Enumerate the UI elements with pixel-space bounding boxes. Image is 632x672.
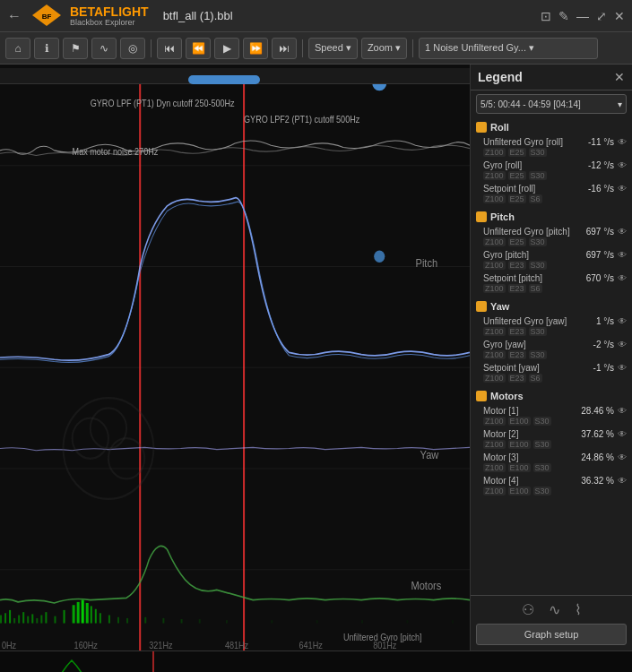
pin-icon[interactable]: ⊡ bbox=[541, 9, 551, 23]
legend-icon-3[interactable]: ⌇ bbox=[575, 601, 582, 618]
yaw-item-2-eye[interactable]: 👁 bbox=[618, 363, 627, 373]
svg-text:0Hz: 0Hz bbox=[2, 640, 16, 650]
pitch-item-2-eye[interactable]: 👁 bbox=[618, 273, 627, 283]
pitch-item-1-name: Gyro [pitch] bbox=[483, 250, 586, 260]
motor-item-2: Motor [3] 24.86 % 👁 Z100E100S30 bbox=[471, 451, 632, 474]
legend-range-chevron: ▾ bbox=[618, 99, 622, 109]
svg-rect-11 bbox=[4, 613, 6, 623]
separator-3 bbox=[412, 39, 413, 57]
file-select[interactable]: 1 Noise Unfiltered Gy... ▾ bbox=[419, 38, 598, 59]
legend-panel: Legend ✕ 5/5: 00:44 - 04:59 [04:14] ▾ Ro… bbox=[471, 65, 632, 650]
roll-item-0-eye[interactable]: 👁 bbox=[618, 137, 627, 147]
step-back-button[interactable]: ⏪ bbox=[186, 38, 211, 59]
minimap[interactable] bbox=[0, 650, 632, 672]
svg-text:Max motor noise 270Hz: Max motor noise 270Hz bbox=[73, 147, 159, 158]
svg-text:160Hz: 160Hz bbox=[74, 640, 98, 650]
svg-text:321Hz: 321Hz bbox=[149, 640, 172, 650]
scrollbar-area[interactable] bbox=[0, 68, 470, 84]
legend-icon-1[interactable]: ⚇ bbox=[522, 601, 534, 618]
legend-icon-2[interactable]: ∿ bbox=[549, 601, 560, 618]
svg-rect-21 bbox=[54, 616, 56, 624]
speed-dropdown[interactable]: Speed ▾ bbox=[308, 38, 358, 59]
pitch-color-dot bbox=[476, 211, 487, 222]
flag-button[interactable]: ⚑ bbox=[63, 38, 88, 59]
roll-item-2-value: -16 °/s bbox=[588, 184, 614, 194]
play-button[interactable]: ▶ bbox=[214, 38, 239, 59]
legend-bottom: ⚇ ∿ ⌇ Graph setup bbox=[471, 595, 632, 650]
yaw-item-1-eye[interactable]: 👁 bbox=[618, 340, 627, 349]
skip-end-button[interactable]: ⏭ bbox=[272, 38, 297, 59]
roll-item-2: Setpoint [roll] -16 °/s 👁 Z100E25S6 bbox=[471, 182, 632, 205]
pitch-item-0-eye[interactable]: 👁 bbox=[618, 227, 627, 237]
scrollbar-thumb[interactable] bbox=[188, 75, 260, 84]
svg-rect-63 bbox=[152, 651, 154, 672]
svg-rect-17 bbox=[31, 614, 33, 623]
close-button[interactable]: ✕ bbox=[614, 9, 625, 23]
motor-item-0-eye[interactable]: 👁 bbox=[618, 406, 627, 416]
back-button[interactable]: ← bbox=[7, 8, 22, 24]
yaw-item-1-value: -2 °/s bbox=[593, 340, 614, 349]
motor-item-0: Motor [1] 28.46 % 👁 Z100E100S30 bbox=[471, 404, 632, 427]
motors-section-header[interactable]: Motors bbox=[471, 388, 632, 404]
svg-rect-41 bbox=[406, 620, 408, 623]
file-name: btfl_all (1).bbl bbox=[163, 9, 541, 22]
pitch-section-header[interactable]: Pitch bbox=[471, 209, 632, 225]
titlebar: ← BF BETAFLIGHT Blackbox Explorer btfl_a… bbox=[0, 0, 632, 32]
roll-section-header[interactable]: Roll bbox=[471, 119, 632, 135]
yaw-item-0-eye[interactable]: 👁 bbox=[618, 316, 627, 326]
roll-item-0: Unfiltered Gyro [roll] -11 °/s 👁 Z100E25… bbox=[471, 135, 632, 159]
graph-setup-button[interactable]: Graph setup bbox=[476, 624, 627, 645]
roll-item-1-sub: Z100E25S30 bbox=[483, 171, 627, 180]
edit-icon[interactable]: ✎ bbox=[558, 9, 569, 23]
svg-rect-18 bbox=[36, 618, 38, 624]
motor-item-2-value: 24.86 % bbox=[581, 452, 614, 462]
legend-range-text: 5/5: 00:44 - 04:59 [04:14] bbox=[480, 99, 581, 109]
toolbar: ⌂ ℹ ⚑ ∿ ◎ ⏮ ⏪ ▶ ⏩ ⏭ Speed ▾ Zoom ▾ 1 Noi… bbox=[0, 32, 632, 65]
pitch-item-0-name: Unfiltered Gyro [pitch] bbox=[483, 227, 586, 237]
svg-rect-27 bbox=[91, 606, 92, 623]
legend-close-button[interactable]: ✕ bbox=[614, 70, 625, 84]
motor-item-1-eye[interactable]: 👁 bbox=[618, 429, 627, 439]
roll-item-1-eye[interactable]: 👁 bbox=[618, 160, 627, 170]
roll-color-dot bbox=[476, 122, 487, 133]
yaw-item-0-sub: Z100E23S30 bbox=[483, 327, 627, 336]
roll-item-2-eye[interactable]: 👁 bbox=[618, 184, 627, 194]
motors-section-label: Motors bbox=[490, 391, 524, 401]
yaw-section-header[interactable]: Yaw bbox=[471, 298, 632, 314]
svg-rect-23 bbox=[73, 605, 75, 623]
roll-item-1-value: -12 °/s bbox=[588, 160, 614, 170]
legend-roll-section: Roll Unfiltered Gyro [roll] -11 °/s 👁 Z1… bbox=[471, 117, 632, 207]
motor-item-2-eye[interactable]: 👁 bbox=[618, 452, 627, 462]
svg-rect-31 bbox=[117, 617, 119, 624]
home-button[interactable]: ⌂ bbox=[5, 38, 30, 59]
svg-rect-19 bbox=[40, 616, 42, 624]
app-logo: BF BETAFLIGHT Blackbox Explorer bbox=[30, 3, 149, 30]
svg-rect-26 bbox=[86, 603, 89, 624]
legend-pitch-section: Pitch Unfiltered Gyro [pitch] 697 °/s 👁 … bbox=[471, 207, 632, 297]
yaw-item-1-sub: Z100E23S30 bbox=[483, 350, 627, 359]
chart-area[interactable]: GYRO LPF (PT1) Dyn cutoff 250-500Hz GYRO… bbox=[0, 65, 471, 650]
minimize-button[interactable]: — bbox=[576, 9, 589, 23]
separator-2 bbox=[302, 39, 303, 57]
motor-item-1-sub: Z100E100S30 bbox=[483, 440, 627, 449]
svg-rect-29 bbox=[100, 613, 101, 623]
zoom-dropdown[interactable]: Zoom ▾ bbox=[361, 38, 407, 59]
motor-item-3-eye[interactable]: 👁 bbox=[618, 476, 627, 486]
step-forward-button[interactable]: ⏩ bbox=[243, 38, 268, 59]
legend-header: Legend ✕ bbox=[471, 65, 632, 90]
skip-start-button[interactable]: ⏮ bbox=[157, 38, 182, 59]
svg-rect-38 bbox=[271, 620, 273, 623]
pitch-item-1-eye[interactable]: 👁 bbox=[618, 250, 627, 260]
pitch-item-0-sub: Z100E25S30 bbox=[483, 237, 627, 246]
motor-item-3-sub: Z100E100S30 bbox=[483, 487, 627, 495]
location-button[interactable]: ◎ bbox=[120, 38, 145, 59]
pitch-item-2-value: 670 °/s bbox=[586, 273, 614, 283]
maximize-button[interactable]: ⤢ bbox=[596, 9, 607, 23]
info-button[interactable]: ℹ bbox=[34, 38, 59, 59]
yaw-item-2-value: -1 °/s bbox=[593, 363, 614, 373]
roll-item-0-name: Unfiltered Gyro [roll] bbox=[483, 137, 588, 147]
legend-range-selector[interactable]: 5/5: 00:44 - 04:59 [04:14] ▾ bbox=[476, 94, 627, 114]
pitch-item-0-value: 697 °/s bbox=[586, 227, 614, 237]
wave-button[interactable]: ∿ bbox=[91, 38, 117, 59]
yaw-item-1-name: Gyro [yaw] bbox=[483, 340, 593, 349]
